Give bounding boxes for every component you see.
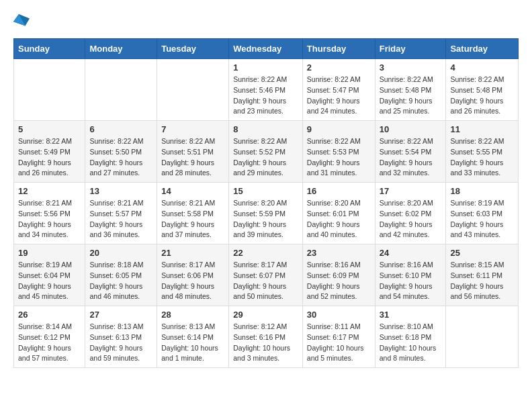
day-number: 7	[161, 124, 224, 134]
calendar-cell: 13Sunrise: 8:21 AM Sunset: 5:57 PM Dayli…	[85, 183, 157, 244]
day-info: Sunrise: 8:22 AM Sunset: 5:53 PM Dayligh…	[307, 136, 371, 179]
calendar-cell: 23Sunrise: 8:16 AM Sunset: 6:09 PM Dayli…	[302, 244, 375, 306]
day-number: 15	[233, 186, 298, 196]
calendar-week-2: 5Sunrise: 8:22 AM Sunset: 5:49 PM Daylig…	[14, 121, 519, 183]
day-info: Sunrise: 8:11 AM Sunset: 6:17 PM Dayligh…	[307, 322, 371, 364]
day-number: 28	[161, 310, 224, 320]
day-number: 10	[380, 124, 442, 134]
day-number: 4	[450, 62, 514, 73]
day-number: 11	[450, 124, 514, 134]
day-info: Sunrise: 8:22 AM Sunset: 5:46 PM Dayligh…	[233, 75, 298, 117]
calendar-cell: 8Sunrise: 8:22 AM Sunset: 5:52 PM Daylig…	[229, 121, 303, 183]
calendar-cell: 6Sunrise: 8:22 AM Sunset: 5:50 PM Daylig…	[85, 121, 157, 183]
day-info: Sunrise: 8:22 AM Sunset: 5:48 PM Dayligh…	[450, 75, 514, 117]
calendar-cell: 28Sunrise: 8:13 AM Sunset: 6:14 PM Dayli…	[157, 306, 229, 368]
day-number: 2	[307, 62, 371, 73]
day-info: Sunrise: 8:22 AM Sunset: 5:55 PM Dayligh…	[450, 136, 514, 179]
day-number: 19	[18, 248, 81, 258]
day-number: 25	[450, 248, 514, 258]
calendar-cell: 10Sunrise: 8:22 AM Sunset: 5:54 PM Dayli…	[375, 121, 446, 183]
day-info: Sunrise: 8:22 AM Sunset: 5:52 PM Dayligh…	[233, 136, 298, 179]
calendar-cell	[446, 306, 519, 368]
calendar-cell: 24Sunrise: 8:16 AM Sunset: 6:10 PM Dayli…	[375, 244, 446, 306]
calendar-cell: 15Sunrise: 8:20 AM Sunset: 5:59 PM Dayli…	[229, 183, 303, 244]
weekday-header-monday: Monday	[85, 39, 157, 59]
calendar-cell: 3Sunrise: 8:22 AM Sunset: 5:48 PM Daylig…	[375, 59, 446, 121]
calendar-cell: 21Sunrise: 8:17 AM Sunset: 6:06 PM Dayli…	[157, 244, 229, 306]
day-info: Sunrise: 8:14 AM Sunset: 6:12 PM Dayligh…	[18, 322, 81, 364]
day-number: 21	[161, 248, 224, 258]
calendar-cell: 1Sunrise: 8:22 AM Sunset: 5:46 PM Daylig…	[229, 59, 303, 121]
day-info: Sunrise: 8:21 AM Sunset: 5:56 PM Dayligh…	[18, 198, 81, 240]
calendar-cell: 25Sunrise: 8:15 AM Sunset: 6:11 PM Dayli…	[446, 244, 519, 306]
logo-icon	[13, 14, 30, 28]
day-info: Sunrise: 8:22 AM Sunset: 5:47 PM Dayligh…	[307, 75, 371, 117]
day-info: Sunrise: 8:20 AM Sunset: 5:59 PM Dayligh…	[233, 198, 298, 240]
calendar-cell: 7Sunrise: 8:22 AM Sunset: 5:51 PM Daylig…	[157, 121, 229, 183]
calendar-cell: 2Sunrise: 8:22 AM Sunset: 5:47 PM Daylig…	[302, 59, 375, 121]
page-header	[13, 13, 519, 28]
day-number: 6	[89, 124, 152, 134]
calendar-cell: 27Sunrise: 8:13 AM Sunset: 6:13 PM Dayli…	[85, 306, 157, 368]
day-number: 17	[380, 186, 442, 196]
weekday-header-wednesday: Wednesday	[229, 39, 303, 59]
calendar-cell: 14Sunrise: 8:21 AM Sunset: 5:58 PM Dayli…	[157, 183, 229, 244]
calendar-cell: 12Sunrise: 8:21 AM Sunset: 5:56 PM Dayli…	[14, 183, 85, 244]
calendar-week-5: 26Sunrise: 8:14 AM Sunset: 6:12 PM Dayli…	[14, 306, 519, 368]
calendar-cell	[85, 59, 157, 121]
day-number: 22	[233, 248, 298, 258]
day-info: Sunrise: 8:21 AM Sunset: 5:57 PM Dayligh…	[89, 198, 152, 240]
day-number: 24	[380, 248, 442, 258]
day-number: 29	[233, 310, 298, 320]
day-info: Sunrise: 8:17 AM Sunset: 6:06 PM Dayligh…	[161, 260, 224, 302]
weekday-header-tuesday: Tuesday	[157, 39, 229, 59]
day-number: 12	[18, 186, 81, 196]
weekday-header-friday: Friday	[375, 39, 446, 59]
calendar-cell: 22Sunrise: 8:17 AM Sunset: 6:07 PM Dayli…	[229, 244, 303, 306]
calendar-table: SundayMondayTuesdayWednesdayThursdayFrid…	[13, 38, 519, 368]
calendar-cell: 17Sunrise: 8:20 AM Sunset: 6:02 PM Dayli…	[375, 183, 446, 244]
day-info: Sunrise: 8:16 AM Sunset: 6:09 PM Dayligh…	[307, 260, 371, 302]
day-number: 9	[307, 124, 371, 134]
calendar-cell: 26Sunrise: 8:14 AM Sunset: 6:12 PM Dayli…	[14, 306, 85, 368]
calendar-week-3: 12Sunrise: 8:21 AM Sunset: 5:56 PM Dayli…	[14, 183, 519, 244]
calendar-cell	[157, 59, 229, 121]
day-info: Sunrise: 8:13 AM Sunset: 6:14 PM Dayligh…	[161, 322, 224, 364]
calendar-cell: 20Sunrise: 8:18 AM Sunset: 6:05 PM Dayli…	[85, 244, 157, 306]
day-number: 16	[307, 186, 371, 196]
day-info: Sunrise: 8:22 AM Sunset: 5:51 PM Dayligh…	[161, 136, 224, 179]
weekday-header-saturday: Saturday	[446, 39, 519, 59]
day-info: Sunrise: 8:12 AM Sunset: 6:16 PM Dayligh…	[233, 322, 298, 364]
calendar-cell: 16Sunrise: 8:20 AM Sunset: 6:01 PM Dayli…	[302, 183, 375, 244]
day-number: 26	[18, 310, 81, 320]
calendar-cell: 19Sunrise: 8:19 AM Sunset: 6:04 PM Dayli…	[14, 244, 85, 306]
calendar-cell: 30Sunrise: 8:11 AM Sunset: 6:17 PM Dayli…	[302, 306, 375, 368]
day-info: Sunrise: 8:20 AM Sunset: 6:02 PM Dayligh…	[380, 198, 442, 240]
day-info: Sunrise: 8:19 AM Sunset: 6:04 PM Dayligh…	[18, 260, 81, 302]
day-number: 5	[18, 124, 81, 134]
day-info: Sunrise: 8:10 AM Sunset: 6:18 PM Dayligh…	[380, 322, 442, 364]
day-info: Sunrise: 8:17 AM Sunset: 6:07 PM Dayligh…	[233, 260, 298, 302]
day-number: 23	[307, 248, 371, 258]
day-info: Sunrise: 8:16 AM Sunset: 6:10 PM Dayligh…	[380, 260, 442, 302]
calendar-cell: 29Sunrise: 8:12 AM Sunset: 6:16 PM Dayli…	[229, 306, 303, 368]
day-info: Sunrise: 8:19 AM Sunset: 6:03 PM Dayligh…	[450, 198, 514, 240]
calendar-cell: 11Sunrise: 8:22 AM Sunset: 5:55 PM Dayli…	[446, 121, 519, 183]
calendar-cell: 9Sunrise: 8:22 AM Sunset: 5:53 PM Daylig…	[302, 121, 375, 183]
calendar-cell: 31Sunrise: 8:10 AM Sunset: 6:18 PM Dayli…	[375, 306, 446, 368]
calendar-cell: 5Sunrise: 8:22 AM Sunset: 5:49 PM Daylig…	[14, 121, 85, 183]
day-info: Sunrise: 8:22 AM Sunset: 5:48 PM Dayligh…	[380, 75, 442, 117]
calendar-cell: 18Sunrise: 8:19 AM Sunset: 6:03 PM Dayli…	[446, 183, 519, 244]
calendar-week-1: 1Sunrise: 8:22 AM Sunset: 5:46 PM Daylig…	[14, 59, 519, 121]
day-info: Sunrise: 8:22 AM Sunset: 5:50 PM Dayligh…	[89, 136, 152, 179]
day-info: Sunrise: 8:20 AM Sunset: 6:01 PM Dayligh…	[307, 198, 371, 240]
day-number: 1	[233, 62, 298, 73]
calendar-cell	[14, 59, 85, 121]
calendar-week-4: 19Sunrise: 8:19 AM Sunset: 6:04 PM Dayli…	[14, 244, 519, 306]
day-number: 27	[89, 310, 152, 320]
day-info: Sunrise: 8:21 AM Sunset: 5:58 PM Dayligh…	[161, 198, 224, 240]
day-info: Sunrise: 8:22 AM Sunset: 5:49 PM Dayligh…	[18, 136, 81, 179]
day-number: 30	[307, 310, 371, 320]
calendar-cell: 4Sunrise: 8:22 AM Sunset: 5:48 PM Daylig…	[446, 59, 519, 121]
day-number: 13	[89, 186, 152, 196]
